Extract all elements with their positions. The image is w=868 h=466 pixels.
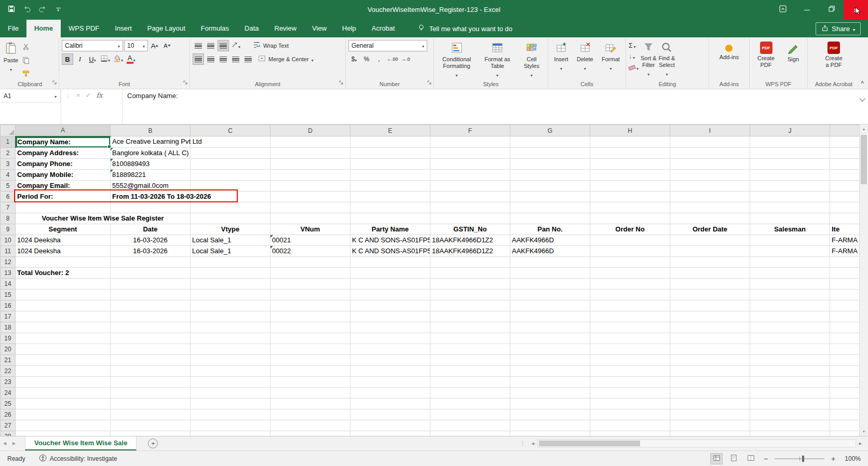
cell-F8[interactable] (430, 213, 510, 224)
select-all-button[interactable] (1, 125, 16, 136)
cell-E14[interactable] (350, 278, 430, 289)
cell-E25[interactable] (350, 398, 430, 409)
cell-D17[interactable] (270, 311, 350, 322)
cell-A24[interactable] (16, 387, 111, 398)
cell-E2[interactable] (350, 147, 430, 158)
cell-E26[interactable] (350, 409, 430, 420)
cell-H13[interactable] (590, 267, 670, 278)
cell-K14[interactable] (830, 278, 860, 289)
cell-K22[interactable] (830, 365, 860, 376)
cell-G22[interactable] (510, 365, 590, 376)
cell-G17[interactable] (510, 311, 590, 322)
cell-K5[interactable] (830, 180, 860, 191)
cell-H5[interactable] (590, 180, 670, 191)
column-header-F[interactable]: F (430, 125, 510, 136)
bottom-align-button[interactable] (218, 40, 229, 51)
cell-D15[interactable] (270, 289, 350, 300)
cell-F26[interactable] (430, 409, 510, 420)
cell-H8[interactable] (590, 213, 670, 224)
cell-H21[interactable] (590, 354, 670, 365)
cell-D21[interactable] (270, 354, 350, 365)
row-header-24[interactable]: 24 (1, 387, 16, 398)
cell-I28[interactable] (670, 431, 750, 436)
cell-H3[interactable] (590, 158, 670, 169)
cell-G28[interactable] (510, 431, 590, 436)
cell-D19[interactable] (270, 333, 350, 344)
page-break-preview-button[interactable] (744, 453, 757, 464)
cell-B17[interactable] (111, 311, 191, 322)
cell-I3[interactable] (670, 158, 750, 169)
cell-G18[interactable] (510, 322, 590, 333)
cell-C28[interactable] (191, 431, 270, 436)
scroll-down-button[interactable]: ▼ (860, 427, 868, 436)
cell-F20[interactable] (430, 344, 510, 354)
row-header-4[interactable]: 4 (1, 169, 16, 180)
decrease-indent-button[interactable] (230, 53, 241, 65)
cell-K9[interactable]: Ite (830, 224, 860, 235)
fill-color-button[interactable] (112, 53, 124, 65)
row-header-11[interactable]: 11 (1, 245, 16, 256)
cell-K26[interactable] (830, 409, 860, 420)
cell-K28[interactable] (830, 431, 860, 436)
row-header-25[interactable]: 25 (1, 398, 16, 409)
cell-E24[interactable] (350, 387, 430, 398)
tab-wps-pdf[interactable]: WPS PDF (61, 20, 107, 37)
cell-I17[interactable] (670, 311, 750, 322)
undo-button[interactable] (20, 2, 34, 18)
cell-A15[interactable] (16, 289, 111, 300)
insert-cells-button[interactable]: Insert (554, 40, 568, 72)
cell-D12[interactable] (270, 256, 350, 267)
restore-button[interactable] (819, 0, 844, 20)
tab-home[interactable]: Home (26, 20, 61, 37)
cut-button[interactable] (20, 42, 32, 53)
cell-I12[interactable] (670, 256, 750, 267)
cell-H11[interactable] (590, 245, 670, 256)
scroll-up-button[interactable]: ▲ (860, 125, 868, 133)
cell-A3[interactable]: Company Phone: (16, 158, 111, 169)
cell-A23[interactable] (16, 376, 111, 387)
percent-style-button[interactable]: % (361, 53, 372, 65)
cell-E23[interactable] (350, 376, 430, 387)
cell-G10[interactable]: AAKFK4966D (510, 235, 590, 245)
cell-K23[interactable] (830, 376, 860, 387)
row-header-20[interactable]: 20 (1, 344, 16, 354)
format-cells-button[interactable]: Format (602, 40, 620, 72)
cell-D7[interactable] (270, 202, 350, 213)
share-button[interactable]: Share (816, 22, 861, 35)
cell-K2[interactable] (830, 147, 860, 158)
new-sheet-button[interactable]: + (148, 438, 158, 448)
cell-A14[interactable] (16, 278, 111, 289)
column-header-D[interactable]: D (270, 125, 350, 136)
font-size-combo[interactable]: 10 (124, 40, 148, 51)
number-format-combo[interactable]: General (348, 40, 427, 51)
normal-view-button[interactable] (710, 453, 723, 464)
cell-E3[interactable] (350, 158, 430, 169)
cell-F12[interactable] (430, 256, 510, 267)
cell-H2[interactable] (590, 147, 670, 158)
cell-K19[interactable] (830, 333, 860, 344)
cell-A19[interactable] (16, 333, 111, 344)
redo-button[interactable] (35, 2, 50, 18)
next-sheet-button[interactable]: ▶ (9, 436, 19, 450)
cell-E28[interactable] (350, 431, 430, 436)
cell-I20[interactable] (670, 344, 750, 354)
cell-I13[interactable] (670, 267, 750, 278)
alignment-dialog-launcher[interactable] (338, 78, 344, 87)
cell-J17[interactable] (750, 311, 830, 322)
cell-A28[interactable] (16, 431, 111, 436)
zoom-slider[interactable] (775, 458, 824, 459)
cell-F4[interactable] (430, 169, 510, 180)
cell-A11[interactable]: 1024 Deeksha (16, 245, 111, 256)
enter-entry-button[interactable]: ✓ (86, 91, 91, 99)
cell-A22[interactable] (16, 365, 111, 376)
column-header-I[interactable]: I (670, 125, 750, 136)
cell-H16[interactable] (590, 300, 670, 311)
cell-F19[interactable] (430, 333, 510, 344)
column-header-E[interactable]: E (350, 125, 430, 136)
cell-E6[interactable] (350, 191, 430, 202)
cell-B2[interactable]: Banglore kolkata ( ALL C) (111, 147, 191, 158)
sign-button[interactable]: Sign (787, 40, 799, 63)
cell-G3[interactable] (510, 158, 590, 169)
orientation-button[interactable] (230, 40, 241, 51)
font-name-combo[interactable]: Calibri (62, 40, 123, 51)
